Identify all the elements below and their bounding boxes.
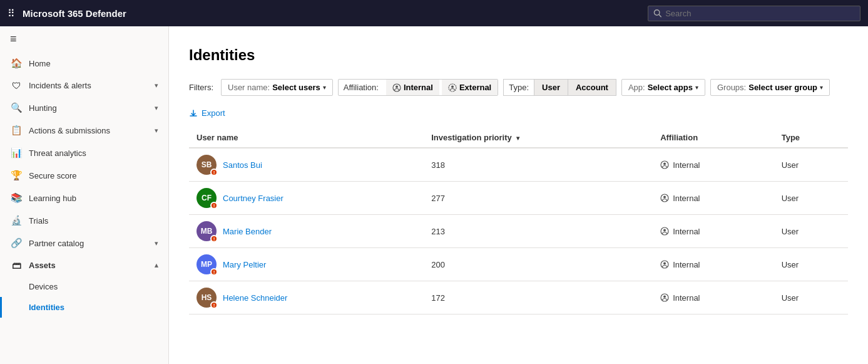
cell-affiliation: Internal [653,248,774,281]
filters-row: Filters: User name: Select users ▾ Affil… [189,79,848,96]
alert-badge: ! [210,169,218,176]
cell-affiliation: Internal [653,182,774,215]
sidebar-label-home: Home [29,59,158,68]
cell-affiliation: Internal [653,148,774,182]
search-icon [653,9,661,18]
user-name-link[interactable]: Helene Schneider [223,293,287,303]
sidebar-item-trials[interactable]: 🔬 Trials [0,209,168,232]
sidebar-item-learning[interactable]: 📚 Learning hub [0,187,168,209]
sidebar-item-devices[interactable]: Devices [0,276,168,297]
cell-username: MB ! Marie Bender [189,215,424,248]
sidebar-item-partner[interactable]: 🔗 Partner catalog ▾ [0,232,168,254]
sidebar-item-secure[interactable]: 🏆 Secure score [0,164,168,187]
affiliation-cell: Internal [660,194,767,203]
svg-point-5 [451,85,454,88]
chevron-down-icon: ▾ [820,84,823,91]
cell-type: User [774,182,848,215]
learning-icon: 📚 [10,192,23,204]
sidebar-label-assets: Assets [29,261,148,270]
home-icon: 🏠 [10,58,23,69]
sidebar-item-actions[interactable]: 📋 Actions & submissions ▾ [0,119,168,142]
username-filter[interactable]: User name: Select users ▾ [221,79,333,96]
avatar: HS ! [197,288,217,308]
user-cell: MB ! Marie Bender [197,221,416,241]
app-title: Microsoft 365 Defender [23,8,640,19]
table-row[interactable]: SB ! Santos Bui 318 Internal User [189,148,848,182]
external-icon [448,83,457,92]
table-row[interactable]: HS ! Helene Schneider 172 Internal User [189,281,848,315]
col-affiliation: Affiliation [653,128,774,148]
cell-priority: 172 [424,281,653,315]
affiliation-external-label: External [459,83,491,92]
sidebar-label-hunting: Hunting [29,103,148,113]
affiliation-value: Internal [673,260,700,269]
affiliation-value: Internal [673,160,700,170]
table-row[interactable]: MB ! Marie Bender 213 Internal User [189,215,848,248]
affiliation-external-toggle[interactable]: External [442,80,498,95]
sidebar-item-hunting[interactable]: 🔍 Hunting ▾ [0,96,168,119]
sidebar-label-actions: Actions & submissions [29,126,148,135]
groups-filter-label: Groups: [717,83,746,92]
col-username: User name [189,128,424,148]
affiliation-internal-label: Internal [404,83,433,92]
trials-icon: 🔬 [10,215,23,226]
user-name-link[interactable]: Courtney Frasier [223,194,283,203]
type-filter-label: Type: [503,79,534,96]
affiliation-cell: Internal [660,260,767,269]
app-filter-label: App: [628,83,645,92]
user-name-link[interactable]: Marie Bender [223,227,272,236]
cell-affiliation: Internal [653,215,774,248]
affiliation-internal-toggle[interactable]: Internal [386,80,439,95]
col-priority[interactable]: Investigation priority ▾ [424,128,653,148]
type-account-btn[interactable]: Account [568,79,616,96]
assets-icon: 🗃 [10,260,23,271]
chevron-down-icon: ▾ [155,127,158,135]
grid-icon[interactable]: ⠿ [8,8,15,19]
cell-type: User [774,148,848,182]
search-box[interactable] [648,6,860,21]
cell-username: HS ! Helene Schneider [189,281,424,315]
cell-priority: 318 [424,148,653,182]
sidebar-toggle[interactable]: ≡ [0,26,168,52]
internal-affiliation-icon [660,227,669,236]
svg-point-11 [663,229,666,232]
actions-icon: 📋 [10,125,23,136]
cell-username: SB ! Santos Bui [189,148,424,182]
user-cell: MP ! Mary Peltier [197,254,416,274]
user-name-link[interactable]: Santos Bui [223,160,262,170]
cell-type: User [774,248,848,281]
shield-icon: 🛡 [10,80,23,91]
groups-filter[interactable]: Groups: Select user group ▾ [710,79,830,96]
threat-icon: 📊 [10,147,23,159]
svg-point-15 [663,296,666,298]
internal-affiliation-icon [660,160,669,169]
affiliation-cell: Internal [660,293,767,303]
table-row[interactable]: MP ! Mary Peltier 200 Internal User [189,248,848,281]
svg-point-7 [663,163,666,165]
sidebar-item-incidents[interactable]: 🛡 Incidents & alerts ▾ [0,75,168,96]
sidebar-label-learning: Learning hub [29,194,158,203]
table-row[interactable]: CF ! Courtney Frasier 277 Internal User [189,182,848,215]
cell-priority: 213 [424,215,653,248]
sidebar-item-home[interactable]: 🏠 Home [0,52,168,75]
sidebar-label-secure: Secure score [29,171,158,180]
chevron-down-icon: ▾ [155,104,158,112]
type-user-btn[interactable]: User [534,79,568,96]
sidebar-item-assets[interactable]: 🗃 Assets ▴ [0,254,168,276]
user-name-link[interactable]: Mary Peltier [223,260,266,269]
app-filter[interactable]: App: Select apps ▾ [621,79,705,96]
main-content: Identities Filters: User name: Select us… [169,26,868,364]
sidebar-item-identities[interactable]: Identities [0,297,168,318]
export-button[interactable]: Export [189,106,225,120]
search-input[interactable] [665,9,855,18]
internal-affiliation-icon [660,260,669,269]
type-filter-group: Type: User Account [503,79,616,96]
svg-point-13 [663,263,666,265]
avatar: CF ! [197,188,217,208]
sidebar-item-threat[interactable]: 📊 Threat analytics [0,142,168,164]
svg-point-3 [396,85,398,88]
affiliation-value: Internal [673,293,700,303]
partner-icon: 🔗 [10,237,23,249]
username-filter-label: User name: [228,83,270,92]
user-cell: HS ! Helene Schneider [197,288,416,308]
